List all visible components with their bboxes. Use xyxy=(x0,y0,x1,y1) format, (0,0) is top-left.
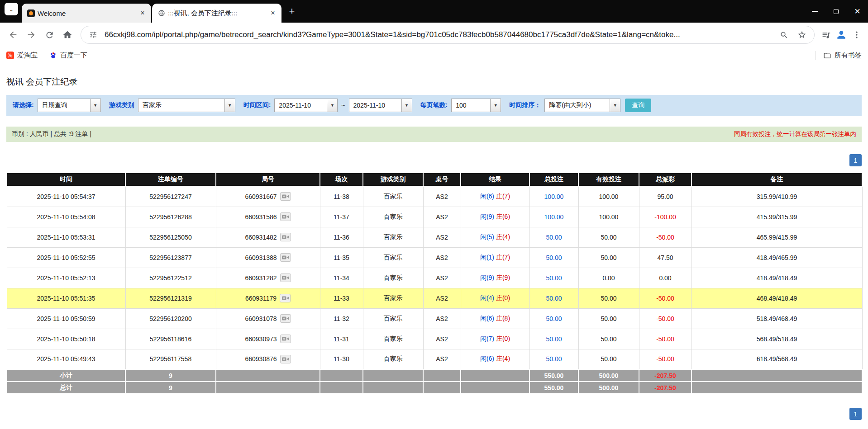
tab-search-button[interactable]: ⌄ xyxy=(5,3,18,15)
bookmark-star-icon[interactable] xyxy=(795,28,809,42)
cell-bet-id: 522956122512 xyxy=(125,268,216,288)
cell-total-bet[interactable]: 100.00 xyxy=(529,186,578,207)
bookmark-aitaobao[interactable]: 淘 爱淘宝 xyxy=(6,51,38,60)
search-button[interactable]: 查询 xyxy=(625,99,651,112)
cell-result: 闲(6) 庄(7) xyxy=(461,186,529,207)
result-banker: 庄(4) xyxy=(496,355,510,362)
per-page-select[interactable]: 100 ▼ xyxy=(451,99,501,112)
cell-total-bet[interactable]: 50.00 xyxy=(529,308,578,329)
cell-game-type: 百家乐 xyxy=(363,247,423,268)
header-table-no: 桌号 xyxy=(423,173,461,186)
cell-total-bet[interactable]: 50.00 xyxy=(529,227,578,247)
sort-order-select[interactable]: 降幂(由大到小) ▼ xyxy=(544,99,620,112)
tab-close-icon[interactable]: × xyxy=(138,8,148,18)
table-row[interactable]: 2025-11-10 05:52:55 522956123877 6609313… xyxy=(7,247,862,268)
profile-avatar[interactable] xyxy=(834,27,849,42)
chevron-down-icon: ▼ xyxy=(401,99,412,112)
page-1-button[interactable]: 1 xyxy=(849,154,862,166)
camera-icon[interactable] xyxy=(280,192,291,201)
cell-note: 465.99/415.99 xyxy=(692,227,862,247)
date-from-select[interactable]: 2025-11-10 ▼ xyxy=(274,99,338,112)
back-button[interactable] xyxy=(5,26,22,43)
tab-close-icon[interactable]: × xyxy=(268,8,278,18)
table-header: 时间 注单编号 局号 场次 游戏类别 桌号 结果 总投注 有效投注 总派彩 备注 xyxy=(7,173,862,186)
home-button[interactable] xyxy=(59,26,76,43)
page-content: 视讯 会员下注纪录 请选择: 日期查询 ▼ 游戏类别 百家乐 ▼ 时间区间: 2… xyxy=(0,76,868,420)
cell-session: 11-38 xyxy=(320,186,363,207)
cell-valid-bet: 50.00 xyxy=(578,308,639,329)
table-row[interactable]: 2025-11-10 05:54:37 522956127247 6609316… xyxy=(7,186,862,207)
round-id-text: 660931388 xyxy=(245,254,277,261)
currency-summary: 币别 : 人民币 | 总共 :9 注单 | xyxy=(12,130,91,138)
camera-icon[interactable] xyxy=(280,233,291,241)
camera-icon[interactable] xyxy=(280,314,291,323)
cell-round-id: 660931282 xyxy=(216,268,320,288)
table-row[interactable]: 2025-11-10 05:51:35 522956121319 6609311… xyxy=(7,288,862,308)
cell-payout: 0.00 xyxy=(639,268,692,288)
subtotal-payout: -207.50 xyxy=(639,369,692,382)
table-row[interactable]: 2025-11-10 05:52:13 522956122512 6609312… xyxy=(7,268,862,288)
close-button[interactable]: ✕ xyxy=(847,0,868,23)
cell-total-bet[interactable]: 50.00 xyxy=(529,268,578,288)
cell-result: 闲(1) 庄(7) xyxy=(461,247,529,268)
all-bookmarks-button[interactable]: 所有书签 xyxy=(823,51,862,60)
table-row[interactable]: 2025-11-10 05:54:08 522956126288 6609315… xyxy=(7,207,862,227)
cell-total-bet[interactable]: 50.00 xyxy=(529,329,578,349)
total-count: 9 xyxy=(125,382,216,394)
bookmark-baidu[interactable]: 百度一下 xyxy=(49,51,87,60)
table-row[interactable]: 2025-11-10 05:53:31 522956125050 6609314… xyxy=(7,227,862,247)
table-row[interactable]: 2025-11-10 05:50:59 522956120200 6609310… xyxy=(7,308,862,329)
round-id-text: 660931282 xyxy=(245,274,277,282)
table-row[interactable]: 2025-11-10 05:49:43 522956117558 6609308… xyxy=(7,349,862,369)
new-tab-button[interactable]: + xyxy=(285,5,299,18)
baidu-paw-icon xyxy=(49,52,57,59)
cell-total-bet[interactable]: 100.00 xyxy=(529,207,578,227)
result-banker: 庄(6) xyxy=(496,213,510,220)
header-round-id: 局号 xyxy=(216,173,320,186)
cell-note: 418.49/465.99 xyxy=(692,247,862,268)
cell-session: 11-35 xyxy=(320,247,363,268)
round-id-text: 660931586 xyxy=(245,213,277,221)
round-id-text: 660930973 xyxy=(245,335,277,343)
url-bar[interactable]: 66cxkj98.com/ipl/portal.php/game/betreco… xyxy=(81,26,815,44)
minimize-button[interactable] xyxy=(804,0,825,23)
cell-round-id: 660931667 xyxy=(216,186,320,207)
camera-icon[interactable] xyxy=(280,273,291,282)
camera-icon[interactable] xyxy=(280,335,291,343)
table-row[interactable]: 2025-11-10 05:50:18 522956118616 6609309… xyxy=(7,329,862,349)
page-title: 视讯 会员下注纪录 xyxy=(6,76,862,88)
maximize-icon xyxy=(834,9,839,14)
back-icon xyxy=(8,30,18,40)
game-type-select[interactable]: 百家乐 ▼ xyxy=(138,99,235,112)
cell-bet-id: 522956127247 xyxy=(125,186,216,207)
url-text[interactable]: 66cxkj98.com/ipl/portal.php/game/betreco… xyxy=(105,30,773,39)
cell-game-type: 百家乐 xyxy=(363,349,423,369)
cell-total-bet[interactable]: 50.00 xyxy=(529,288,578,308)
media-controls-icon[interactable] xyxy=(819,28,833,42)
site-info-icon[interactable] xyxy=(86,28,100,42)
cell-total-bet[interactable]: 50.00 xyxy=(529,247,578,268)
zoom-icon[interactable] xyxy=(777,28,791,42)
maximize-button[interactable] xyxy=(825,0,847,23)
camera-icon[interactable] xyxy=(280,212,291,221)
refresh-button[interactable] xyxy=(41,26,58,43)
cell-bet-id: 522956121319 xyxy=(125,288,216,308)
cell-total-bet[interactable]: 50.00 xyxy=(529,349,578,369)
cell-session: 11-30 xyxy=(320,349,363,369)
page-1-button[interactable]: 1 xyxy=(849,408,862,420)
camera-icon[interactable] xyxy=(280,355,291,363)
forward-button[interactable] xyxy=(23,26,40,43)
query-type-select[interactable]: 日期查询 ▼ xyxy=(38,99,101,112)
browser-tab-betrecord[interactable]: :::视讯, 会员下注纪录::: × xyxy=(152,4,281,23)
browser-tab-welcome[interactable]: Welcome × xyxy=(22,4,151,23)
cell-round-id: 660931179 xyxy=(216,288,320,308)
subtotal-label: 小计 xyxy=(7,369,125,382)
cell-table-no: AS2 xyxy=(423,349,461,369)
chevron-down-icon: ⌄ xyxy=(9,6,14,13)
menu-kebab-icon[interactable] xyxy=(850,28,863,42)
cell-payout: -50.00 xyxy=(639,329,692,349)
camera-icon[interactable] xyxy=(280,294,291,302)
date-to-select[interactable]: 2025-11-10 ▼ xyxy=(349,99,412,112)
camera-icon[interactable] xyxy=(280,253,291,262)
result-banker: 庄(0) xyxy=(496,335,510,342)
